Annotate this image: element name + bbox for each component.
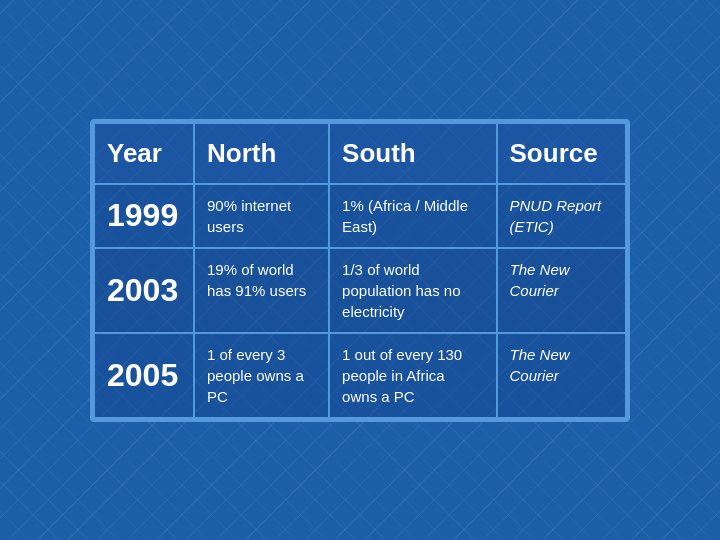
south-cell: 1/3 of world population has no electrici… bbox=[329, 248, 496, 333]
north-cell: 1 of every 3 people owns a PC bbox=[194, 333, 329, 418]
table-row: 199990% internet users1% (Africa / Middl… bbox=[94, 184, 626, 248]
data-table: Year North South Source 199990% internet… bbox=[93, 122, 627, 419]
header-north: North bbox=[194, 123, 329, 184]
header-row: Year North South Source bbox=[94, 123, 626, 184]
header-year: Year bbox=[94, 123, 194, 184]
table-row: 200319% of world has 91% users1/3 of wor… bbox=[94, 248, 626, 333]
north-cell: 19% of world has 91% users bbox=[194, 248, 329, 333]
source-cell: The New Courier bbox=[497, 333, 626, 418]
source-cell: PNUD Report (ETIC) bbox=[497, 184, 626, 248]
south-cell: 1 out of every 130 people in Africa owns… bbox=[329, 333, 496, 418]
year-cell: 2003 bbox=[94, 248, 194, 333]
year-cell: 2005 bbox=[94, 333, 194, 418]
year-cell: 1999 bbox=[94, 184, 194, 248]
source-cell: The New Courier bbox=[497, 248, 626, 333]
main-table-container: Year North South Source 199990% internet… bbox=[90, 119, 630, 422]
header-source: Source bbox=[497, 123, 626, 184]
table-body: 199990% internet users1% (Africa / Middl… bbox=[94, 184, 626, 418]
table-row: 20051 of every 3 people owns a PC1 out o… bbox=[94, 333, 626, 418]
header-south: South bbox=[329, 123, 496, 184]
north-cell: 90% internet users bbox=[194, 184, 329, 248]
south-cell: 1% (Africa / Middle East) bbox=[329, 184, 496, 248]
